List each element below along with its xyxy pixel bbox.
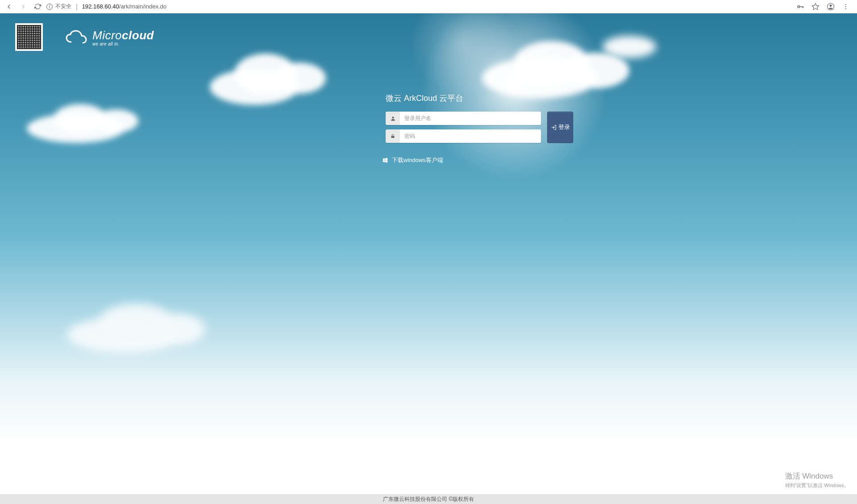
cloud-decoration (210, 69, 299, 105)
svg-point-4 (845, 4, 846, 5)
password-group (386, 129, 541, 143)
security-badge[interactable]: i 不安全 (46, 3, 71, 10)
login-panel: 微云 ArkCloud 云平台 登录 (386, 93, 573, 143)
windows-icon (382, 157, 388, 163)
download-label: 下载windows客户端 (392, 156, 443, 164)
signin-icon (551, 125, 557, 130)
cloud-decoration (27, 114, 125, 143)
nav-button-group (5, 3, 41, 10)
lock-icon (386, 129, 400, 143)
svg-point-6 (845, 8, 846, 9)
svg-point-0 (798, 5, 800, 8)
cloud-icon (65, 29, 88, 46)
svg-marker-1 (812, 3, 819, 9)
browser-right-icons (796, 3, 850, 11)
browser-address-bar: i 不安全 | 192.168.60.40/ark/main/index.do (0, 0, 857, 13)
page-content: Microcloud we are all in. 微云 ArkCloud 云平… (0, 13, 857, 504)
account-icon[interactable] (827, 3, 835, 11)
address-separator: | (76, 3, 78, 10)
login-button-label: 登录 (558, 123, 570, 131)
copyright-text: 广东微云科技股份有限公司 ©版权所有 (383, 496, 474, 503)
login-title: 微云 ArkCloud 云平台 (386, 93, 573, 104)
key-icon[interactable] (796, 3, 804, 11)
info-icon: i (46, 4, 53, 10)
watermark-title: 激活 Windows (785, 471, 849, 481)
watermark-sub: 转到"设置"以激活 Windows。 (785, 482, 849, 489)
svg-point-7 (392, 117, 394, 118)
menu-icon[interactable] (842, 3, 850, 11)
qr-code-pattern (17, 25, 41, 49)
forward-button[interactable] (20, 3, 27, 10)
qr-code[interactable] (15, 23, 43, 51)
reload-button[interactable] (34, 3, 41, 10)
address-area[interactable]: i 不安全 | 192.168.60.40/ark/main/index.do (46, 3, 791, 10)
username-group (386, 112, 541, 125)
brand-logo: Microcloud we are all in. (65, 29, 154, 46)
svg-rect-8 (391, 136, 395, 138)
svg-point-5 (845, 6, 846, 7)
cloud-decoration (482, 58, 598, 98)
logo-text: Microcloud (92, 29, 154, 41)
svg-point-3 (830, 4, 832, 7)
username-input[interactable] (400, 112, 541, 125)
windows-activation-watermark: 激活 Windows 转到"设置"以激活 Windows。 (785, 471, 849, 489)
user-icon (386, 112, 400, 125)
page-footer: 广东微云科技股份有限公司 ©版权所有 (0, 494, 857, 504)
address-text: 192.168.60.40/ark/main/index.do (82, 3, 166, 10)
cloud-decoration (603, 36, 656, 58)
download-link[interactable]: 下载windows客户端 (382, 156, 443, 164)
security-label: 不安全 (55, 3, 71, 10)
back-button[interactable] (5, 3, 12, 10)
cloud-decoration (67, 317, 183, 353)
logo-tagline: we are all in. (92, 42, 154, 46)
url-host: 192.168.60.40 (82, 3, 119, 10)
password-input[interactable] (400, 129, 541, 143)
star-icon[interactable] (811, 3, 820, 11)
url-path: /ark/main/index.do (119, 3, 166, 10)
login-button[interactable]: 登录 (547, 112, 573, 143)
